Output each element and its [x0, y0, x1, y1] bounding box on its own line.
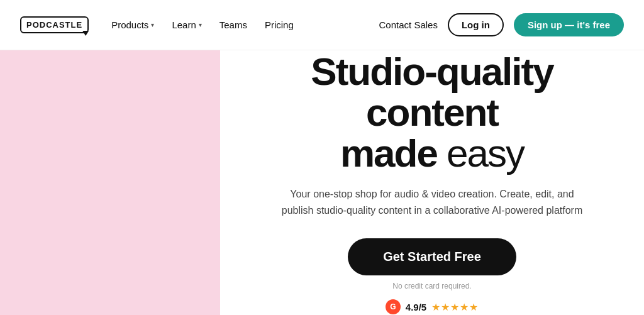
login-button[interactable]: Log in: [448, 13, 504, 36]
g2-logo: G: [386, 299, 401, 314]
rating-stars: ★★★★★: [431, 301, 479, 313]
nav-item-products[interactable]: Products ▾: [111, 19, 154, 30]
logo-speech-bubble: [82, 31, 89, 36]
no-credit-text: No credit card required.: [392, 282, 471, 290]
rating-row: G 4.9/5 ★★★★★: [386, 299, 479, 314]
header-left: PODCASTLE Products ▾ Learn ▾ Teams Prici…: [20, 16, 294, 33]
chevron-down-icon: ▾: [151, 21, 154, 28]
chevron-down-icon: ▾: [199, 21, 202, 28]
header-right: Contact Sales Log in Sign up — it's free: [379, 13, 624, 36]
rating-score: 4.9/5: [406, 302, 426, 312]
hero-subtitle: Your one-stop shop for audio & video cre…: [275, 186, 589, 218]
signup-button[interactable]: Sign up — it's free: [514, 13, 624, 36]
hero-left-panel: [0, 50, 220, 315]
header: PODCASTLE Products ▾ Learn ▾ Teams Prici…: [0, 0, 644, 50]
hero-right-panel: Studio-quality content made easy Your on…: [220, 50, 644, 315]
nav-item-pricing[interactable]: Pricing: [265, 19, 294, 30]
nav-item-teams[interactable]: Teams: [219, 19, 247, 30]
main-content: Studio-quality content made easy Your on…: [0, 50, 644, 315]
cta-button[interactable]: Get Started Free: [348, 238, 516, 275]
main-nav: Products ▾ Learn ▾ Teams Pricing: [111, 19, 294, 30]
hero-title: Studio-quality content made easy: [258, 51, 606, 174]
contact-sales-link[interactable]: Contact Sales: [379, 19, 438, 30]
nav-item-learn[interactable]: Learn ▾: [172, 19, 201, 30]
logo-text: PODCASTLE: [26, 20, 82, 30]
logo[interactable]: PODCASTLE: [20, 16, 89, 33]
